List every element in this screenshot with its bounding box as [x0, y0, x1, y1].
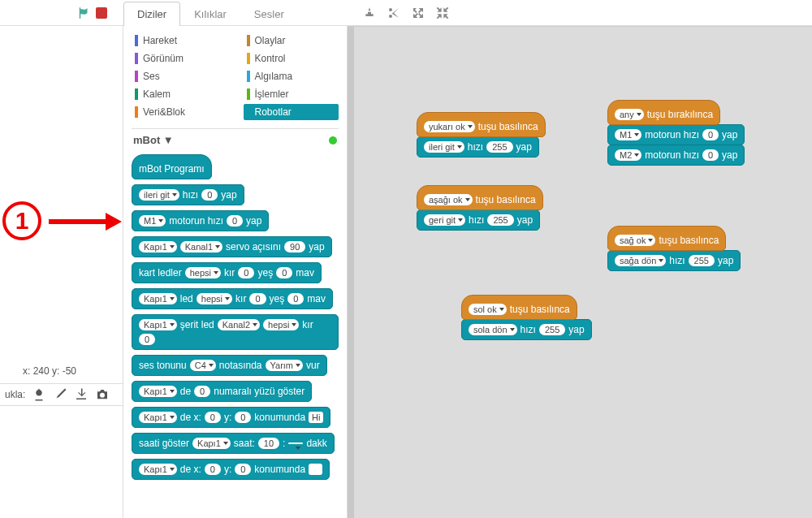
cat-sensing[interactable]: Algılama	[244, 68, 339, 84]
top-bar: Diziler Kılıklar Sesler	[0, 0, 812, 26]
cat-events[interactable]: Olaylar	[244, 32, 339, 49]
cat-data[interactable]: Veri&Blok	[132, 104, 227, 120]
connection-dot-icon	[329, 136, 337, 145]
stamp-icon[interactable]	[363, 6, 376, 19]
block-servo[interactable]: Kapı1Kanal1servo açısını90yap	[132, 236, 332, 257]
stack-left[interactable]: sol oktuşu basılınca sola dönhızı255yap	[461, 295, 592, 340]
stop-icon[interactable]	[96, 7, 107, 19]
brush-icon[interactable]	[53, 387, 67, 402]
stage-area: x: 240 y: -50 ukla:	[0, 26, 123, 518]
block-onboard-led[interactable]: kart ledlerhepsikır0yeş0mav	[132, 262, 322, 283]
svg-marker-1	[106, 213, 122, 231]
block-face-xy[interactable]: Kapı1de x:0y:0konumunda	[132, 459, 330, 480]
tab-sounds[interactable]: Sesler	[240, 2, 298, 26]
cat-robots[interactable]: Robotlar	[244, 104, 339, 120]
xy-readout: x: 240 y: -50	[23, 365, 76, 377]
stack-down[interactable]: aşağı oktuşu basılınca geri githızı255ya…	[417, 185, 543, 231]
cat-looks[interactable]: Görünüm	[132, 50, 227, 67]
grow-icon[interactable]	[412, 6, 425, 19]
sprite-toolbar: ukla:	[0, 383, 123, 406]
canvas-separator	[348, 27, 354, 518]
blocks-list: mBot Programı ileri githızı0yap M1motoru…	[132, 154, 339, 480]
tab-scripts[interactable]: Diziler	[123, 2, 180, 27]
green-flag-icon[interactable]	[76, 6, 91, 20]
cat-sound[interactable]: Ses	[132, 68, 227, 84]
camera-icon[interactable]	[95, 387, 110, 402]
main-row: x: 240 y: -50 ukla: Hareket Olaylar Görü…	[0, 26, 812, 518]
paint-icon[interactable]	[32, 387, 46, 402]
tab-costumes[interactable]: Kılıklar	[180, 2, 240, 26]
block-led[interactable]: Kapı1ledhepsikır0yeş0mav	[132, 288, 333, 309]
sprite-label: ukla:	[5, 389, 25, 400]
block-led-strip[interactable]: Kapı1şerit ledKanal2hepsikır0	[132, 314, 339, 350]
annotation-arrow-icon	[49, 209, 122, 236]
cat-control[interactable]: Kontrol	[244, 50, 339, 67]
tabs: Diziler Kılıklar Sesler	[123, 0, 298, 26]
block-face[interactable]: Kapı1de0numaralı yüzü göster	[132, 381, 312, 402]
block-motor-speed[interactable]: M1motorun hızı0yap	[132, 210, 269, 231]
block-run-speed[interactable]: ileri githızı0yap	[132, 184, 244, 205]
cat-operators[interactable]: İşlemler	[244, 86, 339, 102]
stage-controls	[0, 0, 123, 26]
stack-up[interactable]: yukarı oktuşu basılınca ileri githızı255…	[417, 112, 546, 158]
category-grid: Hareket Olaylar Görünüm Kontrol Ses Algı…	[132, 32, 339, 120]
block-palette: Hareket Olaylar Görünüm Kontrol Ses Algı…	[123, 26, 348, 518]
toolbar	[363, 6, 449, 19]
block-tone[interactable]: ses tonunuC4notasındaYarımvur	[132, 355, 327, 376]
stack-right[interactable]: sağ oktuşu basılınca sağa dönhızı255yap	[607, 226, 741, 271]
annotation-marker: 1	[2, 201, 41, 240]
scissors-icon[interactable]	[387, 6, 400, 19]
shrink-icon[interactable]	[436, 6, 449, 19]
block-mbot-program[interactable]: mBot Programı	[132, 154, 212, 179]
cat-motion[interactable]: Hareket	[132, 32, 227, 49]
script-canvas[interactable]: yukarı oktuşu basılınca ileri githızı255…	[348, 26, 812, 518]
import-icon[interactable]	[74, 387, 89, 402]
stack-release[interactable]: anytuşu bırakılınca M1motorun hızı0yap M…	[607, 100, 745, 166]
block-face-xy-text[interactable]: Kapı1de x:0y:0konumundaHi	[132, 407, 330, 428]
extension-header[interactable]: mBot ▼	[132, 128, 339, 148]
block-show-clock[interactable]: saati gösterKapı1saat:10:dakk	[132, 433, 335, 454]
cat-pen[interactable]: Kalem	[132, 86, 227, 102]
